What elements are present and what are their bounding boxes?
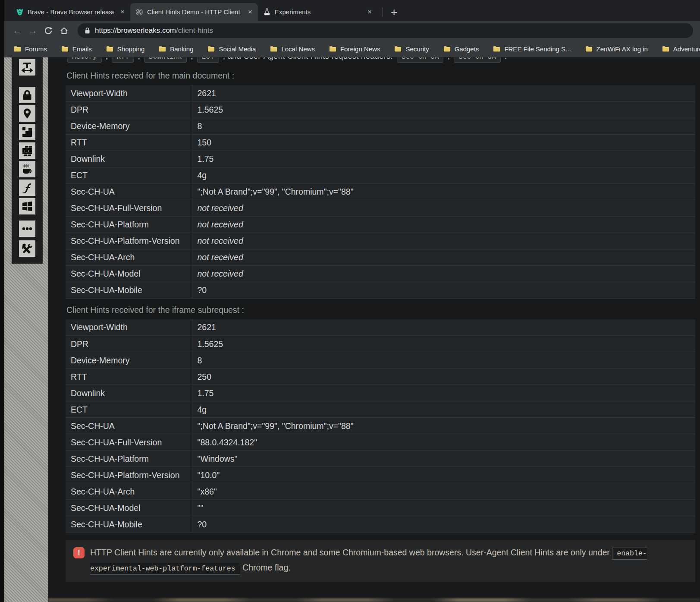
table-row: Downlink 1.75	[66, 385, 695, 401]
back-icon[interactable]: ←	[9, 25, 25, 36]
hint-label: Viewport-Width	[66, 319, 192, 336]
geolocation-icon[interactable]	[19, 105, 35, 122]
hint-label: Sec-CH-UA-Platform-Version	[66, 467, 192, 483]
bookmark-item[interactable]: Banking	[159, 45, 193, 53]
silverlight-icon[interactable]	[19, 198, 35, 214]
table-row: Device-Memory 8	[66, 118, 695, 134]
table-row: Sec-CH-UA-Model ""	[66, 500, 695, 516]
table-row: DPR 1.5625	[66, 101, 695, 118]
intro-segment: , and User-Agent Client Hints request he…	[221, 57, 395, 60]
bookmark-folder-icon	[61, 46, 69, 52]
tab-separator	[383, 7, 383, 17]
bookmark-label: Adventure and Gear	[673, 45, 700, 53]
bookmark-label: Local News	[281, 45, 315, 53]
bookmark-item[interactable]: Gadgets	[443, 45, 479, 53]
hint-value: ?0	[192, 516, 695, 533]
hint-value: ?0	[192, 282, 695, 298]
hint-value: not received	[192, 233, 695, 249]
bookmark-label: FREE File Sending S...	[504, 45, 571, 53]
content-filters-icon[interactable]	[19, 124, 35, 140]
bookmark-item[interactable]: ZenWiFi AX log in	[585, 45, 648, 53]
hint-label: Sec-CH-UA-Full-Version	[66, 200, 192, 216]
table-row: DPR 1.5625	[66, 336, 695, 352]
hint-label: Sec-CH-UA-Model	[66, 265, 192, 282]
intro-segment: ,	[135, 57, 142, 60]
bookmark-item[interactable]: Shopping	[106, 45, 144, 53]
bookmark-item[interactable]: Forums	[14, 45, 47, 53]
hint-label: Sec-CH-UA-Arch	[66, 249, 192, 265]
tab-brave[interactable]: Brave - Brave Browser release inf ×	[11, 3, 130, 21]
hint-value: 1.5625	[192, 101, 695, 118]
table-row: Downlink 1.75	[66, 151, 695, 167]
bookmark-item[interactable]: Security	[394, 45, 429, 53]
hint-value: 4g	[192, 167, 695, 183]
browser-toolbar: ← → https://browserleaks.com/client-hint…	[0, 21, 700, 41]
intro-segment: Sec-CH-UA	[397, 57, 443, 63]
clipped-intro-line: Memory , RTT , Downlink , ECT , and User…	[66, 57, 695, 64]
table-row: Sec-CH-UA-Platform-Version not received	[66, 233, 695, 249]
warning-text: HTTP Client Hints are currently only ava…	[90, 545, 687, 576]
hint-value: not received	[192, 200, 695, 216]
table-row: Viewport-Width 2621	[66, 85, 695, 101]
new-tab-button[interactable]: +	[387, 6, 401, 19]
hint-value: 250	[192, 369, 695, 385]
reload-icon[interactable]	[41, 26, 56, 35]
bookmark-folder-icon	[270, 46, 277, 52]
tools-icon[interactable]	[19, 240, 35, 257]
hint-value: 2621	[192, 85, 695, 101]
forward-icon[interactable]: →	[25, 25, 41, 36]
main-document-heading: Client Hints received for the main docum…	[66, 71, 695, 81]
hint-value: 4g	[192, 401, 695, 418]
address-bar[interactable]: https://browserleaks.com/client-hints	[78, 23, 693, 38]
intro-segment: Downlink	[144, 57, 187, 63]
hint-label: RTT	[66, 369, 192, 385]
tab-client-hints[interactable]: Client Hints Demo - HTTP Client | ×	[130, 3, 258, 21]
bookmark-item[interactable]: Foreign News	[329, 45, 380, 53]
table-row: Sec-CH-UA-Arch not received	[66, 249, 695, 265]
bookmark-item[interactable]: Emails	[61, 45, 92, 53]
page-content: Memory , RTT , Downlink , ECT , and User…	[66, 57, 695, 582]
tab-close-icon[interactable]: ×	[365, 8, 374, 16]
hint-value: not received	[192, 216, 695, 233]
hint-label: Sec-CH-UA-Arch	[66, 483, 192, 500]
bookmark-item[interactable]: Adventure and Gear	[662, 45, 700, 53]
hint-value: "Windows"	[192, 451, 695, 467]
intro-segment: ,	[104, 57, 110, 60]
hint-label: ECT	[66, 167, 192, 183]
tab-title: Client Hints Demo - HTTP Client |	[147, 8, 242, 16]
tab-close-icon[interactable]: ×	[118, 8, 127, 16]
hint-value: 8	[192, 352, 695, 369]
hint-label: Sec-CH-UA	[66, 418, 192, 434]
intro-segment: ECT	[197, 57, 219, 63]
url-path: /client-hints	[176, 26, 213, 35]
hint-value: "88.0.4324.182"	[192, 434, 695, 451]
intro-segment: Sec-CH-UA	[454, 57, 500, 63]
ssl-lock-icon[interactable]	[19, 87, 35, 103]
fonts-icon[interactable]	[19, 59, 35, 76]
bookmark-folder-icon	[106, 46, 113, 52]
table-row: Sec-CH-UA-Mobile ?0	[66, 282, 695, 298]
bookmark-label: Foreign News	[340, 45, 380, 53]
bookmark-item[interactable]: Social Media	[207, 45, 256, 53]
tab-close-icon[interactable]: ×	[246, 8, 254, 16]
hint-label: Viewport-Width	[66, 85, 192, 101]
more-icon[interactable]	[19, 221, 35, 237]
flash-icon[interactable]	[19, 180, 35, 196]
intro-segment: RTT	[112, 57, 134, 63]
intro-segment: Memory	[67, 57, 102, 63]
home-icon[interactable]	[56, 26, 72, 35]
bookmark-folder-icon	[585, 46, 593, 52]
bookmark-folder-icon	[493, 46, 500, 52]
hint-value: 1.75	[192, 385, 695, 401]
bookmark-item[interactable]: Local News	[270, 45, 315, 53]
hint-label: Sec-CH-UA-Full-Version	[66, 434, 192, 451]
table-row: Sec-CH-UA-Arch "x86"	[66, 483, 695, 500]
warning-panel: ! HTTP Client Hints are currently only a…	[66, 540, 695, 582]
tab-experiments[interactable]: Experiments ×	[258, 3, 377, 21]
java-icon[interactable]	[19, 161, 35, 177]
hint-value: "x86"	[192, 483, 695, 500]
bookmark-item[interactable]: FREE File Sending S...	[493, 45, 571, 53]
firewall-icon[interactable]	[19, 142, 35, 159]
tab-title: Brave - Brave Browser release inf	[28, 8, 114, 16]
hint-label: Sec-CH-UA-Platform	[66, 216, 192, 233]
